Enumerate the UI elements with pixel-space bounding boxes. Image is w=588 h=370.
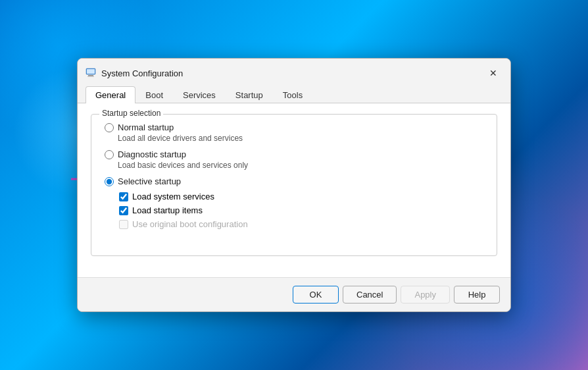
load-system-services-checkbox[interactable] [119, 192, 128, 201]
diagnostic-startup-option: Diagnostic startup Load basic devices an… [105, 149, 483, 170]
close-button[interactable]: ✕ [484, 64, 502, 82]
dialog-footer: OK Cancel Apply Help [78, 277, 510, 311]
load-system-services-option: Load system services [119, 192, 483, 201]
system-configuration-dialog: System Configuration ✕ General Boot Serv… [77, 58, 511, 312]
tab-boot[interactable]: Boot [135, 86, 173, 103]
load-startup-items-checkbox[interactable] [119, 206, 128, 215]
ok-button[interactable]: OK [293, 286, 339, 304]
tab-bar: General Boot Services Startup Tools [78, 82, 510, 103]
normal-startup-label[interactable]: Normal startup [105, 122, 483, 132]
diagnostic-startup-text: Diagnostic startup [118, 149, 186, 159]
svg-rect-4 [87, 76, 94, 76]
tab-tools[interactable]: Tools [273, 86, 312, 103]
load-startup-items-label: Load startup items [132, 205, 203, 215]
tab-general[interactable]: General [86, 86, 135, 103]
use-original-boot-label: Use original boot configuration [132, 219, 248, 229]
cancel-button[interactable]: Cancel [343, 286, 397, 304]
diagnostic-startup-radio[interactable] [105, 150, 114, 159]
use-original-boot-option: Use original boot configuration [119, 219, 483, 229]
tab-startup[interactable]: Startup [226, 86, 273, 103]
dialog-content: Startup selection Normal startup Load al… [78, 103, 510, 277]
startup-selection-group: Startup selection Normal startup Load al… [91, 114, 497, 256]
svg-rect-3 [88, 75, 93, 76]
group-label: Startup selection [99, 109, 163, 118]
normal-startup-option: Normal startup Load all device drivers a… [105, 122, 483, 143]
normal-startup-text: Normal startup [118, 122, 174, 132]
dialog-icon [86, 67, 96, 80]
help-button[interactable]: Help [454, 286, 500, 304]
title-bar: System Configuration ✕ [78, 59, 510, 82]
normal-startup-radio[interactable] [105, 123, 114, 132]
selective-startup-radio[interactable] [105, 177, 114, 186]
title-bar-left: System Configuration [86, 67, 183, 80]
svg-rect-5 [87, 69, 95, 74]
diagnostic-startup-desc: Load basic devices and services only [118, 161, 483, 170]
desktop: System Configuration ✕ General Boot Serv… [0, 0, 588, 370]
dialog-title: System Configuration [101, 68, 183, 78]
selective-startup-option: Selective startup Load system services L… [105, 176, 483, 229]
apply-button[interactable]: Apply [401, 286, 450, 304]
load-startup-items-option: Load startup items [119, 205, 483, 215]
selective-checkboxes: Load system services Load startup items … [119, 192, 483, 229]
normal-startup-desc: Load all device drivers and services [118, 134, 483, 143]
selective-startup-text: Selective startup [118, 176, 181, 186]
load-system-services-label: Load system services [132, 192, 214, 201]
use-original-boot-checkbox [119, 220, 128, 229]
tab-services[interactable]: Services [173, 86, 226, 103]
diagnostic-startup-label[interactable]: Diagnostic startup [105, 149, 483, 159]
selective-startup-label[interactable]: Selective startup [105, 176, 483, 186]
